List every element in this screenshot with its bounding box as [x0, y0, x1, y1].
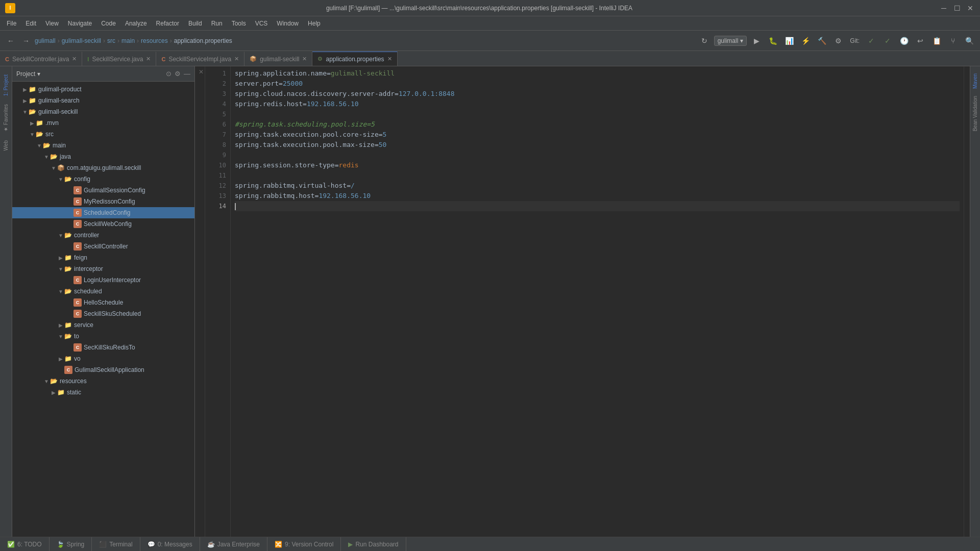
line-num-1: 1 — [205, 68, 230, 79]
bottom-tab-version-control[interactable]: 🔀 9: Version Control — [267, 537, 341, 551]
code-line-14[interactable] — [235, 201, 960, 211]
tree-node-com-pkg[interactable]: ▼ 📦 com.atguigu.gulimall.seckill — [12, 162, 194, 173]
code-editor[interactable]: spring.application.name=gulimall-seckill… — [231, 66, 964, 537]
left-tab-project[interactable]: 1: Project — [2, 71, 10, 99]
tree-node-LoginUserInterceptor[interactable]: C LoginUserInterceptor — [12, 274, 194, 286]
left-tab-favorites[interactable]: ★ Favorites — [2, 101, 10, 135]
tab-close-button[interactable]: ✕ — [234, 56, 239, 62]
menu-tools[interactable]: Tools — [228, 18, 250, 29]
run-button[interactable]: ▶ — [750, 34, 763, 47]
menu-run[interactable]: Run — [207, 18, 227, 29]
tab-seckill-controller[interactable]: C SeckillController.java ✕ — [0, 52, 82, 66]
tab-seckill-service-impl[interactable]: C SeckillServiceImpl.java ✕ — [156, 52, 244, 66]
menu-edit[interactable]: Edit — [21, 18, 40, 29]
tree-node-resources[interactable]: ▼ 📂 resources — [12, 375, 194, 387]
right-tab-maven[interactable]: Maven — [971, 71, 979, 91]
tree-node-gulimall-seckill[interactable]: ▼ 📂 gulimall-seckill — [12, 106, 194, 117]
tree-node-gulimall-product[interactable]: ▶ 📁 gulimall-product — [12, 84, 194, 95]
tab-gulimall-seckill[interactable]: 📦 gulimall-seckill ✕ — [244, 52, 312, 66]
tree-node-mvn[interactable]: ▶ 📁 .mvn — [12, 117, 194, 129]
bottom-tab-messages[interactable]: 💬 0: Messages — [140, 537, 200, 551]
tab-close-button[interactable]: ✕ — [302, 56, 307, 62]
git-check-icon[interactable]: ✓ — [865, 34, 878, 47]
git-tick-icon[interactable]: ✓ — [881, 34, 894, 47]
tree-node-gulimall-search[interactable]: ▶ 📁 gulimall-search — [12, 95, 194, 106]
tab-seckill-service[interactable]: I SeckillService.java ✕ — [82, 52, 156, 66]
folder-icon: 📂 — [64, 333, 72, 340]
tab-application-properties[interactable]: ⚙ application.properties ✕ — [312, 52, 397, 66]
right-tab-bean-validation[interactable]: Bean Validation — [971, 94, 979, 133]
tree-node-HelloSchedule[interactable]: C HelloSchedule — [12, 297, 194, 308]
spring-icon: 🍃 — [57, 541, 64, 548]
tree-node-MyRedissonConfig[interactable]: C MyRedissonConfig — [12, 196, 194, 207]
bottom-tab-run-dashboard[interactable]: ▶ Run Dashboard — [341, 537, 406, 551]
tab-close-button[interactable]: ✕ — [387, 56, 392, 62]
menu-file[interactable]: File — [3, 18, 20, 29]
menu-refactor[interactable]: Refactor — [152, 18, 183, 29]
tree-node-ScheduledConfig[interactable]: C ScheduledConfig — [12, 207, 194, 218]
tree-node-controller[interactable]: ▼ 📂 controller — [12, 230, 194, 241]
menu-navigate[interactable]: Navigate — [64, 18, 96, 29]
tree-node-SeckillSkuScheduled[interactable]: C SeckillSkuScheduled — [12, 308, 194, 319]
panel-sync-icon[interactable]: ⊙ — [166, 70, 172, 78]
tree-node-vo[interactable]: ▶ 📁 vo — [12, 353, 194, 364]
breadcrumb-main[interactable]: main — [121, 37, 135, 44]
panel-collapse-icon[interactable]: — — [184, 70, 190, 78]
window-controls[interactable]: ─ ☐ ✕ — [939, 4, 975, 13]
git-history-icon[interactable]: 📋 — [930, 34, 943, 47]
breadcrumb-seckill[interactable]: gulimall-seckill — [62, 37, 101, 44]
menu-window[interactable]: Window — [273, 18, 303, 29]
breadcrumb-gulimall[interactable]: gulimall — [35, 37, 56, 44]
tree-node-scheduled[interactable]: ▼ 📂 scheduled — [12, 286, 194, 297]
reload-button[interactable]: ↻ — [698, 34, 711, 47]
tree-node-SecKillSkuRedisTo[interactable]: C SecKillSkuRedisTo — [12, 342, 194, 353]
menu-code[interactable]: Code — [97, 18, 120, 29]
tree-node-src[interactable]: ▼ 📂 src — [12, 129, 194, 140]
panel-settings-icon[interactable]: ⚙ — [175, 70, 181, 78]
bottom-tab-terminal[interactable]: ⬛ Terminal — [92, 537, 140, 551]
bottom-tab-todo[interactable]: ✅ 6: TODO — [0, 537, 50, 551]
debug-button[interactable]: 🐛 — [766, 34, 779, 47]
tab-close-button[interactable]: ✕ — [146, 56, 151, 62]
project-selector[interactable]: gulimall ▾ — [714, 36, 747, 46]
profile-button[interactable]: ⚡ — [799, 34, 812, 47]
git-undo-icon[interactable]: ↩ — [914, 34, 927, 47]
breadcrumb-resources[interactable]: resources — [141, 37, 168, 44]
bottom-tab-spring[interactable]: 🍃 Spring — [50, 537, 92, 551]
git-clock-icon[interactable]: 🕐 — [897, 34, 911, 47]
tree-node-interceptor[interactable]: ▼ 📂 interceptor — [12, 263, 194, 274]
menu-analyze[interactable]: Analyze — [121, 18, 151, 29]
editor-area[interactable]: ✕ 1 2 3 4 5 6 7 8 9 10 11 12 13 14 sprin… — [195, 66, 970, 537]
bottom-tab-java-enterprise[interactable]: ☕ Java Enterprise — [200, 537, 267, 551]
tree-node-GulimallSessionConfig[interactable]: C GulimallSessionConfig — [12, 185, 194, 196]
tree-node-to[interactable]: ▼ 📂 to — [12, 331, 194, 342]
settings-button[interactable]: ⚙ — [831, 34, 845, 47]
forward-button[interactable]: → — [19, 34, 33, 47]
menu-view[interactable]: View — [41, 18, 63, 29]
back-button[interactable]: ← — [4, 34, 17, 47]
menu-vcs[interactable]: VCS — [251, 18, 272, 29]
tree-node-SeckillWebConfig[interactable]: C SeckillWebConfig — [12, 218, 194, 230]
menu-build[interactable]: Build — [184, 18, 206, 29]
search-everywhere-button[interactable]: 🔍 — [963, 34, 976, 47]
tree-node-config[interactable]: ▼ 📂 config — [12, 173, 194, 185]
tree-node-SeckillController[interactable]: C SeckillController — [12, 241, 194, 252]
tree-node-service[interactable]: ▶ 📁 service — [12, 319, 194, 331]
close-button[interactable]: ✕ — [966, 4, 975, 13]
tree-node-static[interactable]: ▶ 📁 static — [12, 387, 194, 398]
tab-close-button[interactable]: ✕ — [72, 56, 77, 62]
coverage-button[interactable]: 📊 — [782, 34, 796, 47]
close-editor-button[interactable]: ✕ — [199, 68, 204, 76]
tree-node-main[interactable]: ▼ 📂 main — [12, 140, 194, 151]
tree-node-feign[interactable]: ▶ 📁 feign — [12, 252, 194, 263]
build-button[interactable]: 🔨 — [815, 34, 828, 47]
menu-help[interactable]: Help — [304, 18, 325, 29]
scroll-indicator[interactable] — [964, 66, 970, 537]
maximize-button[interactable]: ☐ — [952, 4, 962, 13]
minimize-button[interactable]: ─ — [939, 4, 948, 13]
git-branch-icon[interactable]: ⑂ — [946, 34, 960, 47]
breadcrumb-src[interactable]: src — [107, 37, 115, 44]
tree-node-java[interactable]: ▼ 📂 java — [12, 151, 194, 162]
left-tab-web[interactable]: Web — [2, 137, 10, 154]
tree-node-GulimallSeckillApplication[interactable]: C GulimallSeckillApplication — [12, 364, 194, 375]
